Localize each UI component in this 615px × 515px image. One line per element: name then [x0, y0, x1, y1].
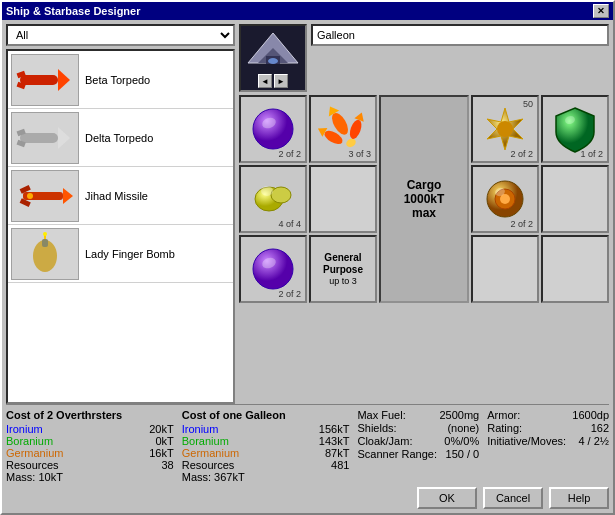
- slot-count-r2c1: 4 of 4: [278, 219, 301, 229]
- cargo-sublabel: 1000kT: [404, 192, 445, 206]
- window-title: Ship & Starbase Designer: [6, 5, 141, 17]
- svg-rect-14: [42, 239, 48, 247]
- stat-armor-value: 1600dp: [572, 409, 609, 421]
- stat-row-shields: Shields: (none): [357, 422, 479, 434]
- cost-overthruster-title: Cost of 2 Overthrsters: [6, 409, 174, 421]
- stat-shields-value: (none): [447, 422, 479, 434]
- cost-galleon-germanium-label: Germanium: [182, 447, 262, 459]
- slot-r2c2[interactable]: [309, 165, 377, 233]
- ship-name-input[interactable]: [311, 24, 609, 46]
- item-label-delta-torpedo: Delta Torpedo: [85, 132, 153, 144]
- svg-point-31: [497, 121, 513, 137]
- cost-overthruster-resources-label: Resources: [6, 459, 86, 471]
- stat-initiative-label: Initiative/Moves:: [487, 435, 566, 447]
- cancel-button[interactable]: Cancel: [483, 487, 543, 509]
- cost-overthruster-resources-row: Resources 38: [6, 459, 174, 471]
- general-purpose-sublabel: up to 3: [329, 276, 357, 286]
- prev-ship-button[interactable]: ◄: [258, 74, 272, 88]
- cost-galleon-boranium-row: Boranium 143kT: [182, 435, 350, 447]
- list-item[interactable]: Delta Torpedo: [8, 109, 233, 167]
- cost-overthruster-ironium-row: Ironium 20kT: [6, 423, 174, 435]
- cost-galleon-ironium-value: 156kT: [319, 423, 350, 435]
- cost-galleon-title: Cost of one Galleon: [182, 409, 350, 421]
- stat-row-fuel: Max Fuel: 2500mg: [357, 409, 479, 421]
- stat-cloak-label: Cloak/Jam:: [357, 435, 412, 447]
- stat-fuel-label: Max Fuel:: [357, 409, 405, 421]
- filter-select[interactable]: All Bombs Beams Missiles/Torps Mine Laye…: [6, 24, 235, 46]
- design-grid: 2 of 2: [239, 95, 609, 303]
- stats-box: Max Fuel: 2500mg Armor: 1600dp Shields: …: [357, 409, 609, 483]
- stat-rating-value: 162: [591, 422, 609, 434]
- item-icon-beta-torpedo: [11, 54, 79, 106]
- item-label-lady-finger-bomb: Lady Finger Bomb: [85, 248, 175, 260]
- cost-overthruster-ironium-label: Ironium: [6, 423, 86, 435]
- cost-galleon-resources-label: Resources: [182, 459, 262, 471]
- svg-marker-1: [58, 69, 70, 91]
- close-button[interactable]: ✕: [593, 4, 609, 18]
- svg-rect-0: [20, 75, 58, 85]
- slot-r2c4[interactable]: 2 of 2: [471, 165, 539, 233]
- stat-row-scanner: Scanner Range: 150 / 0: [357, 448, 479, 460]
- svg-marker-27: [354, 111, 366, 122]
- list-item[interactable]: Jihad Missile: [8, 167, 233, 225]
- item-icon-lady-finger-bomb: [11, 228, 79, 280]
- slot-r1c2[interactable]: 3 of 3: [309, 95, 377, 163]
- ship-image-inner: [243, 28, 303, 74]
- stat-row-armor: Armor: 1600dp: [487, 409, 609, 421]
- cost-overthruster-ironium-value: 20kT: [149, 423, 173, 435]
- list-item[interactable]: Lady Finger Bomb: [8, 225, 233, 283]
- slot-r2c5[interactable]: [541, 165, 609, 233]
- slot-r3c5[interactable]: [541, 235, 609, 303]
- slot-r2c1[interactable]: 4 of 4: [239, 165, 307, 233]
- slot-r3c1[interactable]: 2 of 2: [239, 235, 307, 303]
- button-row: OK Cancel Help: [6, 483, 609, 509]
- svg-point-25: [345, 137, 358, 149]
- cost-overthruster-box: Cost of 2 Overthrsters Ironium 20kT Bora…: [6, 409, 174, 483]
- help-button[interactable]: Help: [549, 487, 609, 509]
- stat-scanner-value: 150 / 0: [446, 448, 480, 460]
- cost-overthruster-germanium-value: 16kT: [149, 447, 173, 459]
- filter-row: All Bombs Beams Missiles/Torps Mine Laye…: [6, 24, 235, 46]
- slot-count-r2c4: 2 of 2: [510, 219, 533, 229]
- slot-count-r1c5: 1 of 2: [580, 149, 603, 159]
- cost-galleon-ironium-label: Ironium: [182, 423, 262, 435]
- list-item[interactable]: Beta Torpedo: [8, 51, 233, 109]
- cost-overthruster-germanium-label: Germanium: [6, 447, 86, 459]
- cost-galleon-boranium-value: 143kT: [319, 435, 350, 447]
- svg-marker-5: [58, 127, 70, 149]
- ok-button[interactable]: OK: [417, 487, 477, 509]
- stat-row-initiative: Initiative/Moves: 4 / 2½: [487, 435, 609, 447]
- left-panel: All Bombs Beams Missiles/Torps Mine Laye…: [6, 24, 235, 404]
- svg-point-16: [43, 232, 47, 236]
- item-list[interactable]: Beta Torpedo Delta Torpedo: [6, 49, 235, 404]
- title-bar: Ship & Starbase Designer ✕: [2, 2, 613, 20]
- cost-galleon-mass: Mass: 367kT: [182, 471, 350, 483]
- slot-general-purpose[interactable]: GeneralPurpose up to 3: [309, 235, 377, 303]
- cost-galleon-boranium-label: Boranium: [182, 435, 262, 447]
- slot-r1c1[interactable]: 2 of 2: [239, 95, 307, 163]
- right-panel: ◄ ► 2 of 2: [239, 24, 609, 404]
- slot-cargo-center[interactable]: Cargo 1000kT max: [379, 95, 469, 303]
- item-label-beta-torpedo: Beta Torpedo: [85, 74, 150, 86]
- stat-armor-label: Armor:: [487, 409, 520, 421]
- cost-overthruster-resources-value: 38: [161, 459, 173, 471]
- svg-point-35: [261, 186, 273, 196]
- stat-shields-label: Shields:: [357, 422, 396, 434]
- slot-count-r1c1: 2 of 2: [278, 149, 301, 159]
- slot-count-r1c4: 2 of 2: [510, 149, 533, 159]
- cost-overthruster-boranium-value: 0kT: [155, 435, 173, 447]
- cost-galleon-germanium-row: Germanium 87kT: [182, 447, 350, 459]
- svg-rect-4: [20, 133, 58, 143]
- ship-header: ◄ ►: [239, 24, 609, 92]
- cost-overthruster-germanium-row: Germanium 16kT: [6, 447, 174, 459]
- next-ship-button[interactable]: ►: [274, 74, 288, 88]
- slot-r1c5[interactable]: 1 of 2: [541, 95, 609, 163]
- cost-galleon-resources-value: 481: [331, 459, 349, 471]
- ship-nav: ◄ ►: [258, 74, 288, 88]
- cost-overthruster-boranium-label: Boranium: [6, 435, 86, 447]
- cost-galleon-ironium-row: Ironium 156kT: [182, 423, 350, 435]
- cost-overthruster-mass: Mass: 10kT: [6, 471, 174, 483]
- stat-row-rating: Rating: 162: [487, 422, 609, 434]
- slot-r3c4[interactable]: [471, 235, 539, 303]
- slot-r1c4[interactable]: 50 2 of 2: [471, 95, 539, 163]
